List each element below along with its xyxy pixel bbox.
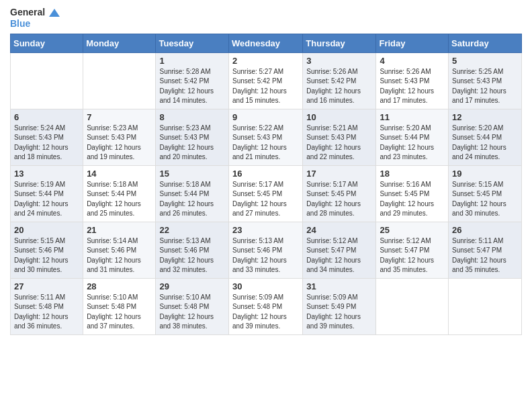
col-header-friday: Friday xyxy=(376,34,449,52)
calendar-week-4: 20Sunrise: 5:15 AM Sunset: 5:46 PM Dayli… xyxy=(11,222,522,278)
day-number: 23 xyxy=(232,225,299,235)
day-number: 7 xyxy=(87,112,152,122)
day-info: Sunrise: 5:17 AM Sunset: 5:45 PM Dayligh… xyxy=(232,180,299,219)
day-info: Sunrise: 5:11 AM Sunset: 5:47 PM Dayligh… xyxy=(452,236,518,275)
calendar-cell: 5Sunrise: 5:25 AM Sunset: 5:43 PM Daylig… xyxy=(449,52,522,109)
day-info: Sunrise: 5:11 AM Sunset: 5:48 PM Dayligh… xyxy=(14,293,79,332)
day-info: Sunrise: 5:17 AM Sunset: 5:45 PM Dayligh… xyxy=(306,180,372,219)
day-info: Sunrise: 5:22 AM Sunset: 5:43 PM Dayligh… xyxy=(232,124,299,163)
calendar-cell: 17Sunrise: 5:17 AM Sunset: 5:45 PM Dayli… xyxy=(303,165,376,222)
day-number: 24 xyxy=(306,225,372,235)
day-info: Sunrise: 5:13 AM Sunset: 5:46 PM Dayligh… xyxy=(159,236,225,275)
day-info: Sunrise: 5:14 AM Sunset: 5:46 PM Dayligh… xyxy=(87,236,152,275)
calendar-cell: 10Sunrise: 5:21 AM Sunset: 5:43 PM Dayli… xyxy=(303,109,376,165)
calendar-cell: 24Sunrise: 5:12 AM Sunset: 5:47 PM Dayli… xyxy=(303,222,376,278)
day-info: Sunrise: 5:20 AM Sunset: 5:44 PM Dayligh… xyxy=(452,124,518,163)
day-info: Sunrise: 5:23 AM Sunset: 5:43 PM Dayligh… xyxy=(159,124,225,163)
day-number: 11 xyxy=(380,112,445,122)
calendar-cell: 7Sunrise: 5:23 AM Sunset: 5:43 PM Daylig… xyxy=(83,109,156,165)
day-number: 2 xyxy=(232,56,299,66)
calendar-cell: 3Sunrise: 5:26 AM Sunset: 5:42 PM Daylig… xyxy=(303,52,376,109)
calendar-cell: 6Sunrise: 5:24 AM Sunset: 5:43 PM Daylig… xyxy=(11,109,83,165)
day-number: 25 xyxy=(380,225,445,235)
day-number: 19 xyxy=(452,169,518,179)
calendar-cell: 9Sunrise: 5:22 AM Sunset: 5:43 PM Daylig… xyxy=(229,109,303,165)
header: General Blue xyxy=(10,7,522,30)
calendar-cell: 21Sunrise: 5:14 AM Sunset: 5:46 PM Dayli… xyxy=(83,222,156,278)
day-info: Sunrise: 5:09 AM Sunset: 5:49 PM Dayligh… xyxy=(306,293,372,332)
day-number: 3 xyxy=(306,56,372,66)
calendar-cell: 29Sunrise: 5:10 AM Sunset: 5:48 PM Dayli… xyxy=(156,278,229,334)
day-info: Sunrise: 5:25 AM Sunset: 5:43 PM Dayligh… xyxy=(452,67,518,106)
col-header-tuesday: Tuesday xyxy=(156,34,229,52)
day-info: Sunrise: 5:28 AM Sunset: 5:42 PM Dayligh… xyxy=(159,67,225,106)
day-info: Sunrise: 5:15 AM Sunset: 5:45 PM Dayligh… xyxy=(452,180,518,219)
day-info: Sunrise: 5:12 AM Sunset: 5:47 PM Dayligh… xyxy=(380,236,445,275)
calendar-cell: 19Sunrise: 5:15 AM Sunset: 5:45 PM Dayli… xyxy=(449,165,522,222)
calendar-cell: 23Sunrise: 5:13 AM Sunset: 5:46 PM Dayli… xyxy=(229,222,303,278)
day-info: Sunrise: 5:12 AM Sunset: 5:47 PM Dayligh… xyxy=(306,236,372,275)
day-number: 29 xyxy=(159,281,225,291)
calendar-cell: 22Sunrise: 5:13 AM Sunset: 5:46 PM Dayli… xyxy=(156,222,229,278)
day-info: Sunrise: 5:09 AM Sunset: 5:48 PM Dayligh… xyxy=(232,293,299,332)
calendar-cell: 28Sunrise: 5:10 AM Sunset: 5:48 PM Dayli… xyxy=(83,278,156,334)
day-number: 10 xyxy=(306,112,372,122)
logo: General Blue xyxy=(10,7,60,30)
calendar-cell: 26Sunrise: 5:11 AM Sunset: 5:47 PM Dayli… xyxy=(449,222,522,278)
calendar-cell: 12Sunrise: 5:20 AM Sunset: 5:44 PM Dayli… xyxy=(449,109,522,165)
day-info: Sunrise: 5:18 AM Sunset: 5:44 PM Dayligh… xyxy=(159,180,225,219)
col-header-sunday: Sunday xyxy=(11,34,83,52)
calendar-cell: 11Sunrise: 5:20 AM Sunset: 5:44 PM Dayli… xyxy=(376,109,449,165)
calendar-cell xyxy=(449,278,522,334)
day-info: Sunrise: 5:15 AM Sunset: 5:46 PM Dayligh… xyxy=(14,236,79,275)
calendar-cell: 27Sunrise: 5:11 AM Sunset: 5:48 PM Dayli… xyxy=(11,278,83,334)
calendar-cell: 20Sunrise: 5:15 AM Sunset: 5:46 PM Dayli… xyxy=(11,222,83,278)
day-number: 9 xyxy=(232,112,299,122)
col-header-wednesday: Wednesday xyxy=(229,34,303,52)
day-info: Sunrise: 5:10 AM Sunset: 5:48 PM Dayligh… xyxy=(87,293,152,332)
calendar-cell: 14Sunrise: 5:18 AM Sunset: 5:44 PM Dayli… xyxy=(83,165,156,222)
day-number: 27 xyxy=(14,281,79,291)
page: General Blue SundayMondayTuesdayWednesda… xyxy=(0,0,532,411)
day-number: 16 xyxy=(232,169,299,179)
day-number: 26 xyxy=(452,225,518,235)
day-info: Sunrise: 5:16 AM Sunset: 5:45 PM Dayligh… xyxy=(380,180,445,219)
col-header-monday: Monday xyxy=(83,34,156,52)
day-info: Sunrise: 5:23 AM Sunset: 5:43 PM Dayligh… xyxy=(87,124,152,163)
day-number: 5 xyxy=(452,56,518,66)
day-number: 20 xyxy=(14,225,79,235)
day-number: 22 xyxy=(159,225,225,235)
calendar-cell xyxy=(376,278,449,334)
calendar-week-1: 1Sunrise: 5:28 AM Sunset: 5:42 PM Daylig… xyxy=(11,52,522,109)
day-number: 31 xyxy=(306,281,372,291)
day-number: 4 xyxy=(380,56,445,66)
calendar-cell xyxy=(11,52,83,109)
calendar-cell: 18Sunrise: 5:16 AM Sunset: 5:45 PM Dayli… xyxy=(376,165,449,222)
day-number: 28 xyxy=(87,281,152,291)
calendar-cell: 2Sunrise: 5:27 AM Sunset: 5:42 PM Daylig… xyxy=(229,52,303,109)
day-number: 12 xyxy=(452,112,518,122)
logo-general: General xyxy=(10,7,60,18)
day-info: Sunrise: 5:27 AM Sunset: 5:42 PM Dayligh… xyxy=(232,67,299,106)
day-number: 14 xyxy=(87,169,152,179)
day-number: 18 xyxy=(380,169,445,179)
day-number: 21 xyxy=(87,225,152,235)
calendar-cell: 16Sunrise: 5:17 AM Sunset: 5:45 PM Dayli… xyxy=(229,165,303,222)
calendar-week-2: 6Sunrise: 5:24 AM Sunset: 5:43 PM Daylig… xyxy=(11,109,522,165)
day-info: Sunrise: 5:26 AM Sunset: 5:42 PM Dayligh… xyxy=(306,67,372,106)
day-info: Sunrise: 5:18 AM Sunset: 5:44 PM Dayligh… xyxy=(87,180,152,219)
col-header-saturday: Saturday xyxy=(449,34,522,52)
day-info: Sunrise: 5:20 AM Sunset: 5:44 PM Dayligh… xyxy=(380,124,445,163)
calendar-cell: 4Sunrise: 5:26 AM Sunset: 5:43 PM Daylig… xyxy=(376,52,449,109)
calendar-cell: 15Sunrise: 5:18 AM Sunset: 5:44 PM Dayli… xyxy=(156,165,229,222)
day-number: 17 xyxy=(306,169,372,179)
calendar-cell: 13Sunrise: 5:19 AM Sunset: 5:44 PM Dayli… xyxy=(11,165,83,222)
day-info: Sunrise: 5:10 AM Sunset: 5:48 PM Dayligh… xyxy=(159,293,225,332)
day-info: Sunrise: 5:26 AM Sunset: 5:43 PM Dayligh… xyxy=(380,67,445,106)
calendar-cell: 25Sunrise: 5:12 AM Sunset: 5:47 PM Dayli… xyxy=(376,222,449,278)
day-number: 30 xyxy=(232,281,299,291)
calendar-week-3: 13Sunrise: 5:19 AM Sunset: 5:44 PM Dayli… xyxy=(11,165,522,222)
calendar-cell xyxy=(83,52,156,109)
calendar-cell: 31Sunrise: 5:09 AM Sunset: 5:49 PM Dayli… xyxy=(303,278,376,334)
calendar-header-row: SundayMondayTuesdayWednesdayThursdayFrid… xyxy=(11,34,522,52)
